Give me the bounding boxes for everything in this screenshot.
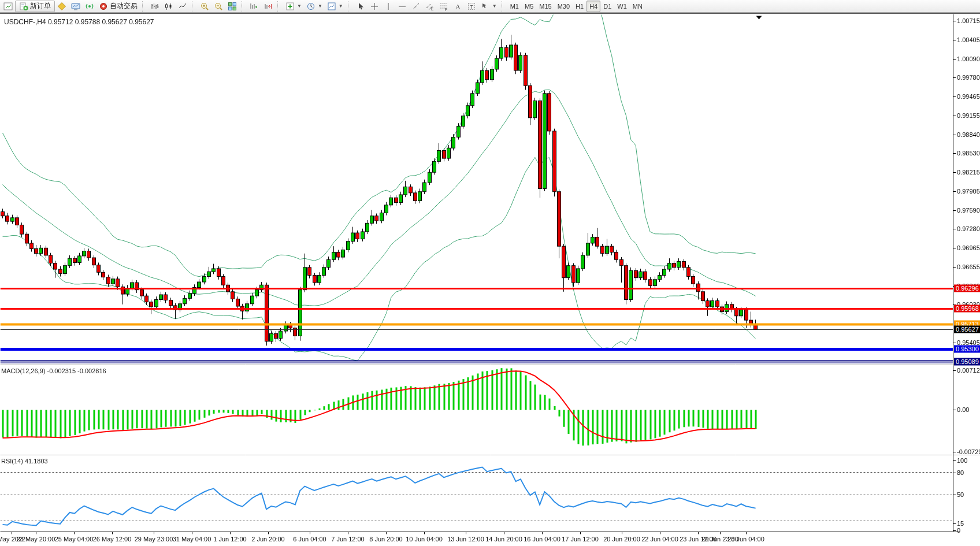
price-line-badge: 0.96296 bbox=[954, 285, 980, 292]
rsi-axis-tick: 0 bbox=[957, 527, 960, 534]
time-axis-label: 7 Jun 12:00 bbox=[331, 536, 365, 543]
auto-scroll-button[interactable] bbox=[247, 1, 261, 12]
toolbar-group-chart-type bbox=[148, 0, 190, 13]
periods-button[interactable]: ▼ bbox=[304, 1, 325, 12]
candlestick-chart-button[interactable] bbox=[162, 1, 176, 12]
fib-icon: F bbox=[439, 2, 448, 11]
signals-icon[interactable] bbox=[83, 1, 96, 12]
time-axis-label: 14 Jun 20:00 bbox=[485, 536, 522, 543]
bars-icon bbox=[150, 2, 159, 11]
tiles-icon bbox=[228, 2, 237, 11]
timeframe-M5[interactable]: M5 bbox=[522, 1, 536, 12]
timeframe-H4[interactable]: H4 bbox=[586, 1, 600, 12]
price-axis-tick: 1.00715 bbox=[957, 17, 980, 24]
auto-trading-button[interactable]: 自动交易 bbox=[96, 1, 140, 12]
toolbar-separator bbox=[242, 1, 246, 12]
macd-indicator-label: MACD(12,26,9) -0.002315 -0.002816 bbox=[1, 367, 106, 374]
toolbar-group-scroll bbox=[247, 0, 275, 13]
shapes-icon bbox=[481, 2, 490, 11]
timeframe-MN[interactable]: MN bbox=[630, 1, 645, 12]
hline-icon bbox=[398, 2, 407, 11]
cursor-icon bbox=[356, 2, 365, 11]
terminal-window: 新订单自动交易▼▼▼EFAT▼M1M5M15M30H1H4D1W1MN 1 US… bbox=[0, 0, 980, 546]
crosshair-button[interactable] bbox=[368, 1, 381, 12]
charts-icon[interactable] bbox=[1, 1, 15, 12]
chart-canvas[interactable] bbox=[0, 14, 980, 546]
editor-icon bbox=[57, 2, 66, 11]
cursor-button[interactable] bbox=[354, 1, 368, 12]
new-order-button[interactable]: 新订单 bbox=[15, 1, 55, 12]
templates-button[interactable]: ▼ bbox=[325, 1, 346, 12]
price-axis-tick: 0.99780 bbox=[957, 74, 980, 81]
price-axis-tick: 1.00405 bbox=[957, 36, 980, 43]
indicators-icon bbox=[285, 2, 295, 11]
zoom-out-button[interactable] bbox=[211, 1, 225, 12]
dropdown-arrow-icon[interactable]: ▼ bbox=[492, 3, 497, 9]
chart-shift-button[interactable] bbox=[261, 1, 275, 12]
vline-icon bbox=[384, 2, 393, 11]
price-axis-tick: 0.99155 bbox=[957, 112, 980, 119]
price-axis-tick: 0.97280 bbox=[957, 225, 980, 232]
fibonacci-button[interactable]: F bbox=[437, 1, 451, 12]
zoom-in-button[interactable] bbox=[198, 1, 211, 12]
price-axis-tick: 1.00090 bbox=[957, 55, 980, 62]
macd-axis-tick: 0.007129 bbox=[957, 367, 980, 374]
time-axis-label: 26 May 12:00 bbox=[93, 536, 132, 543]
timeframe-H1[interactable]: H1 bbox=[573, 1, 586, 12]
signal-icon bbox=[85, 2, 94, 11]
price-line-badge: 0.95627 bbox=[954, 325, 980, 333]
time-axis-label: 20 Jun 20:00 bbox=[603, 536, 640, 543]
chart-area: USDCHF-,H4 0.95712 0.95788 0.95627 0.956… bbox=[0, 13, 980, 546]
time-axis-label: 25 May 04:00 bbox=[55, 536, 94, 543]
metaeditor-icon[interactable] bbox=[55, 1, 69, 12]
svg-text:E: E bbox=[431, 7, 434, 11]
dropdown-arrow-icon[interactable]: ▼ bbox=[297, 3, 302, 9]
price-axis-tick: 0.96965 bbox=[957, 244, 980, 251]
rsi-indicator-label: RSI(14) 41.1803 bbox=[1, 458, 48, 465]
candles-icon bbox=[164, 2, 173, 11]
time-axis-label: 28 Jun 04:00 bbox=[727, 536, 764, 543]
time-axis-label: 16 Jun 04:00 bbox=[524, 536, 560, 543]
toolbar-group-zoom bbox=[198, 0, 239, 13]
new-order-button-label: 新订单 bbox=[30, 1, 51, 11]
line-chart-button[interactable] bbox=[176, 1, 190, 12]
svg-text:A: A bbox=[455, 2, 461, 10]
autoscroll-icon bbox=[250, 2, 259, 11]
timeframe-M30[interactable]: M30 bbox=[555, 1, 573, 12]
shiftend-icon bbox=[263, 2, 273, 11]
text-button[interactable]: A bbox=[451, 1, 465, 12]
text-label-button[interactable]: T bbox=[465, 1, 478, 12]
trendline-button[interactable] bbox=[409, 1, 423, 12]
bar-chart-button[interactable] bbox=[148, 1, 162, 12]
price-axis-tick: 0.97590 bbox=[957, 207, 980, 214]
indicators-button[interactable]: ▼ bbox=[283, 1, 304, 12]
toolbar-separator bbox=[142, 1, 146, 12]
neworder-icon bbox=[19, 2, 28, 11]
timeframe-D1[interactable]: D1 bbox=[600, 1, 614, 12]
dropdown-arrow-icon[interactable]: ▼ bbox=[318, 3, 322, 9]
price-axis-tick: 0.98215 bbox=[957, 169, 980, 176]
svg-text:F: F bbox=[445, 7, 447, 11]
time-axis-label: 6 Jun 04:00 bbox=[293, 536, 326, 543]
template-icon bbox=[327, 2, 336, 11]
time-axis-label: 1 Jun 12:00 bbox=[213, 536, 247, 543]
timeframe-M1[interactable]: M1 bbox=[507, 1, 522, 12]
market-watch-icon[interactable] bbox=[69, 1, 83, 12]
toolbar-separator bbox=[348, 1, 352, 12]
tile-windows-button[interactable] bbox=[225, 1, 239, 12]
arrows-button[interactable]: ▼ bbox=[478, 1, 499, 12]
price-axis-tick: 0.99465 bbox=[957, 93, 980, 100]
app-icon bbox=[3, 2, 13, 11]
vertical-line-button[interactable] bbox=[381, 1, 395, 12]
timeframe-M15[interactable]: M15 bbox=[536, 1, 554, 12]
equidistant-channel-button[interactable]: E bbox=[423, 1, 437, 12]
price-line-badge: 0.95968 bbox=[954, 304, 980, 312]
rsi-axis-tick: 80 bbox=[957, 469, 964, 476]
horizontal-line-button[interactable] bbox=[395, 1, 409, 12]
symbol-ohlc-title: USDCHF-,H4 0.95712 0.95788 0.95627 0.956… bbox=[4, 18, 154, 26]
zoomin-icon bbox=[200, 2, 209, 11]
dropdown-arrow-icon[interactable]: ▼ bbox=[339, 3, 343, 9]
timeframe-W1[interactable]: W1 bbox=[614, 1, 630, 12]
autotrade-icon bbox=[99, 2, 108, 11]
toolbar-group-file: 新订单自动交易 bbox=[1, 0, 140, 13]
